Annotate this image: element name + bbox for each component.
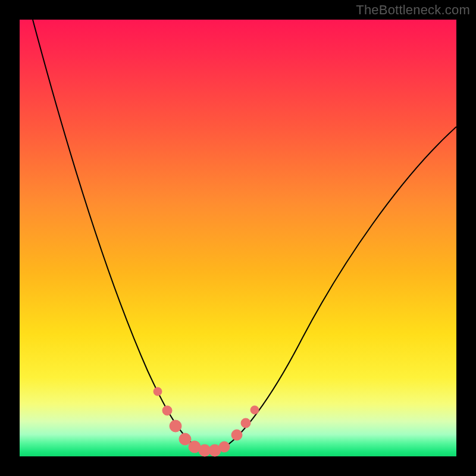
chart-frame: TheBottleneck.com [0,0,476,476]
marker-dot [162,406,172,415]
plot-area [20,20,456,456]
marker-group [154,387,259,456]
marker-dot [250,406,259,414]
marker-dot [241,418,250,428]
marker-dot [219,441,230,452]
curve-svg [20,20,456,456]
marker-dot [179,433,191,445]
bottleneck-curve [33,20,456,452]
watermark-label: TheBottleneck.com [356,2,470,18]
marker-dot [170,420,181,432]
marker-dot [154,387,162,396]
marker-dot [231,430,242,440]
